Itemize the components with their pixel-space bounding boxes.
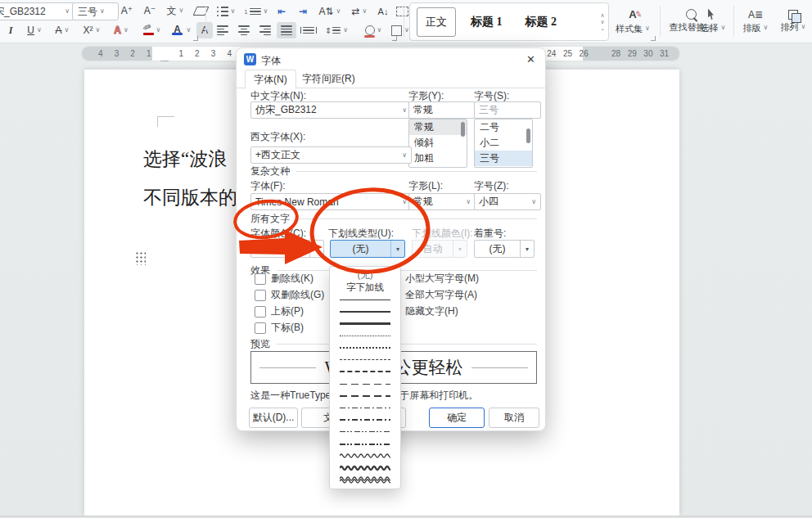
dropdown-arrow-icon[interactable]: ▾: [390, 241, 404, 257]
strikethrough-button[interactable]: A∨: [49, 22, 75, 38]
italic-button[interactable]: I: [2, 22, 20, 38]
cn-font-combo[interactable]: 仿宋_GB2312∨: [250, 101, 412, 119]
decrease-font-button[interactable]: A⁻: [139, 2, 160, 19]
gallery-style-0[interactable]: 正文: [417, 7, 456, 37]
gallery-up-icon[interactable]: ∧: [601, 12, 605, 18]
highlight-color-button[interactable]: ✎ ∨: [136, 22, 165, 38]
underline-option-line[interactable]: [330, 294, 400, 306]
list-item[interactable]: 二号: [475, 119, 532, 135]
dialog-titlebar[interactable]: W 字体 ✕: [237, 48, 545, 70]
checkbox-icon[interactable]: [255, 322, 266, 334]
checkbox-icon[interactable]: [255, 273, 266, 285]
select-button[interactable]: 选择∨: [696, 2, 730, 40]
text-direction-button[interactable]: ⇄∨: [347, 3, 372, 20]
underline-option-line[interactable]: [330, 474, 400, 486]
increase-indent-button[interactable]: ⇥: [293, 3, 313, 20]
tab-font[interactable]: 字体(N): [245, 70, 296, 89]
checkbox-icon[interactable]: [255, 290, 266, 301]
phonetic-guide-button[interactable]: 文∨: [162, 2, 188, 19]
gallery-style-1[interactable]: 标题 1: [462, 8, 511, 36]
underline-option-line[interactable]: [330, 426, 400, 439]
style-set-button[interactable]: A✎ 样式集∨: [612, 2, 653, 40]
underline-option-line[interactable]: [330, 306, 400, 318]
underline-option-line[interactable]: [330, 318, 400, 330]
complex-font-combo[interactable]: Times New Roman∨: [250, 193, 412, 210]
line-spacing-button[interactable]: ⇕∨: [321, 22, 352, 38]
tab-character-spacing[interactable]: 字符间距(R): [294, 70, 363, 88]
distribute-button[interactable]: [298, 22, 319, 38]
document-text-line[interactable]: 不同版本的: [143, 185, 237, 210]
document-text-line[interactable]: 选择“波浪: [143, 146, 227, 172]
underline-option-line[interactable]: [330, 342, 400, 354]
paragraph-group-launcher-icon[interactable]: [392, 36, 397, 41]
character-shading-button[interactable]: A: [196, 22, 213, 38]
font-style-list[interactable]: 常规倾斜加粗: [408, 119, 467, 168]
numbering-button[interactable]: 1∨: [242, 3, 270, 20]
underline-option-line[interactable]: [330, 330, 400, 342]
default-button[interactable]: 默认(D)...: [249, 408, 298, 428]
align-left-button[interactable]: [213, 22, 232, 38]
paragraph-layout-button[interactable]: [395, 3, 409, 20]
list-item[interactable]: 常规: [409, 119, 467, 135]
font-color-dropdown[interactable]: 自动▾: [250, 240, 324, 258]
checkbox-icon[interactable]: [255, 306, 266, 318]
superscript-button[interactable]: X²∨: [77, 22, 106, 38]
underline-option-字下加线[interactable]: 字下加线: [330, 282, 400, 294]
bullets-button[interactable]: ∨: [213, 3, 239, 20]
complex-style-combo[interactable]: 常规∨: [408, 193, 476, 210]
align-center-button[interactable]: [234, 22, 254, 38]
gallery-expand-icon[interactable]: ⌄: [600, 25, 605, 31]
underline-option-line[interactable]: [330, 402, 400, 414]
underline-option-line[interactable]: [330, 390, 400, 403]
list-item[interactable]: 倾斜: [409, 135, 467, 151]
effect-checkbox[interactable]: 上标(P): [255, 304, 304, 318]
underline-option-line[interactable]: [330, 354, 400, 366]
font-style-input[interactable]: 常规: [408, 101, 476, 119]
complex-size-combo[interactable]: 小四∨: [474, 193, 541, 210]
underline-option-line[interactable]: [330, 366, 400, 378]
effect-checkbox[interactable]: 双删除线(G): [255, 288, 324, 302]
increase-font-button[interactable]: A⁺: [116, 2, 138, 19]
style-list-scrollbar[interactable]: [461, 122, 465, 137]
justify-button[interactable]: [277, 22, 296, 38]
underline-button[interactable]: U∨: [21, 22, 47, 38]
underline-type-dropdown[interactable]: (无)▾: [330, 240, 405, 258]
ok-button[interactable]: 确定: [429, 408, 485, 428]
effect-checkbox[interactable]: 下标(B): [255, 321, 304, 335]
gallery-style-2[interactable]: 标题 2: [517, 8, 566, 36]
clear-format-button[interactable]: [190, 2, 211, 19]
font-size-combo[interactable]: 三号 ∨: [72, 2, 119, 20]
decrease-indent-button[interactable]: ⇤: [272, 3, 291, 20]
underline-option-line[interactable]: [330, 438, 400, 450]
effect-checkbox[interactable]: 删除线(K): [255, 272, 314, 286]
underline-option-line[interactable]: [330, 414, 400, 426]
cancel-button[interactable]: 取消: [489, 408, 539, 428]
list-item[interactable]: 小二: [475, 135, 532, 151]
font-group-launcher-icon[interactable]: [193, 36, 198, 41]
font-name-combo[interactable]: 仿宋_GB2312 ∨: [0, 2, 75, 20]
typeset-button[interactable]: A≣ 排版∨: [737, 2, 774, 40]
close-icon[interactable]: ✕: [526, 53, 535, 65]
sort-button[interactable]: A↓: [373, 3, 393, 20]
underline-option-line[interactable]: [330, 450, 400, 462]
underline-option-line[interactable]: [330, 378, 400, 390]
size-list-scrollbar[interactable]: [526, 128, 530, 143]
underline-option-(无)[interactable]: (无): [330, 269, 400, 282]
character-scale-button[interactable]: A⇅∨: [316, 3, 344, 20]
west-font-combo[interactable]: +西文正文∨: [250, 146, 412, 164]
underline-option-line[interactable]: [330, 462, 400, 475]
paragraph-drag-handle[interactable]: [135, 251, 146, 265]
text-effects-button[interactable]: A∨: [108, 22, 134, 38]
arrange-button[interactable]: 排列∨: [776, 2, 810, 40]
align-right-button[interactable]: [255, 22, 275, 38]
font-color-button[interactable]: A ∨: [167, 22, 195, 38]
gallery-down-icon[interactable]: ∨: [601, 19, 605, 25]
emphasis-mark-dropdown[interactable]: (无)▾: [474, 240, 535, 258]
gallery-scroll[interactable]: ∧ ∨ ⌄: [600, 12, 605, 31]
dropdown-arrow-icon[interactable]: ▾: [309, 241, 323, 257]
dropdown-arrow-icon[interactable]: ▾: [520, 241, 534, 257]
font-size-input[interactable]: 三号: [474, 101, 541, 119]
font-size-list[interactable]: 二号小二三号: [474, 119, 533, 168]
effect-checkbox[interactable]: 全部大写字母(A): [389, 288, 477, 302]
effect-checkbox[interactable]: 小型大写字母(M): [389, 272, 479, 286]
